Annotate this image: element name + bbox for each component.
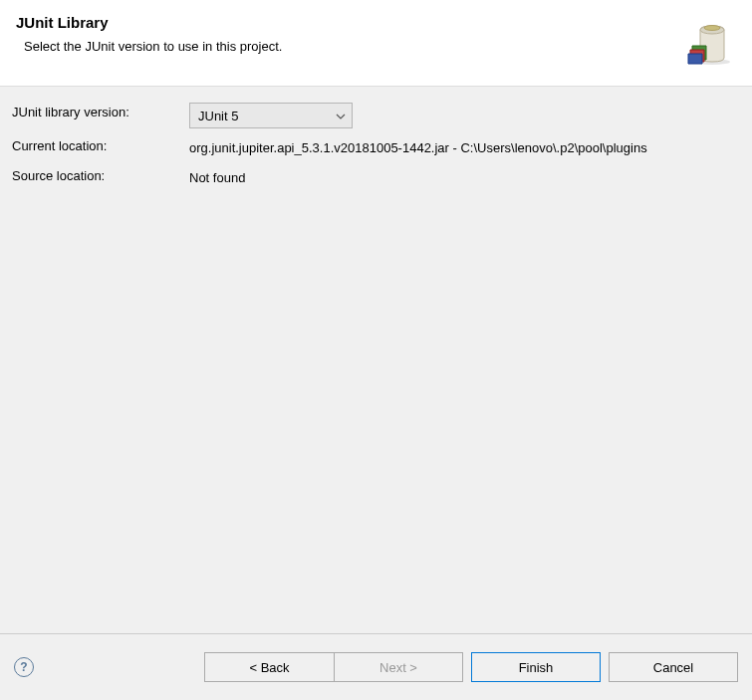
svg-point-2 — [704, 26, 720, 31]
page-subtitle: Select the JUnit version to use in this … — [16, 39, 680, 54]
wizard-header: JUnit Library Select the JUnit version t… — [0, 0, 752, 87]
current-location-value: org.junit.jupiter.api_5.3.1.v20181005-14… — [189, 136, 740, 158]
cancel-button[interactable]: Cancel — [609, 652, 738, 682]
source-location-row: Source location: Not found — [12, 166, 740, 188]
button-row: < Back Next > Finish Cancel — [196, 652, 738, 682]
source-location-label: Source location: — [12, 166, 189, 183]
version-label: JUnit library version: — [12, 103, 189, 119]
library-jar-icon — [680, 14, 736, 70]
finish-button[interactable]: Finish — [471, 652, 601, 682]
version-row: JUnit library version: JUnit 5 — [12, 103, 740, 128]
wizard-content: JUnit library version: JUnit 5 Current l… — [0, 87, 752, 633]
wizard-footer: ? < Back Next > Finish Cancel — [0, 633, 752, 700]
current-location-label: Current location: — [12, 136, 189, 153]
source-location-value: Not found — [189, 166, 740, 188]
help-icon[interactable]: ? — [14, 657, 34, 677]
next-button: Next > — [334, 652, 463, 682]
header-text-block: JUnit Library Select the JUnit version t… — [16, 14, 680, 54]
version-dropdown[interactable]: JUnit 5 — [189, 103, 353, 128]
chevron-down-icon — [336, 111, 346, 121]
version-dropdown-value: JUnit 5 — [198, 109, 238, 123]
back-button[interactable]: < Back — [204, 652, 334, 682]
current-location-row: Current location: org.junit.jupiter.api_… — [12, 136, 740, 158]
page-title: JUnit Library — [16, 14, 680, 31]
help-icon-glyph: ? — [20, 660, 27, 674]
